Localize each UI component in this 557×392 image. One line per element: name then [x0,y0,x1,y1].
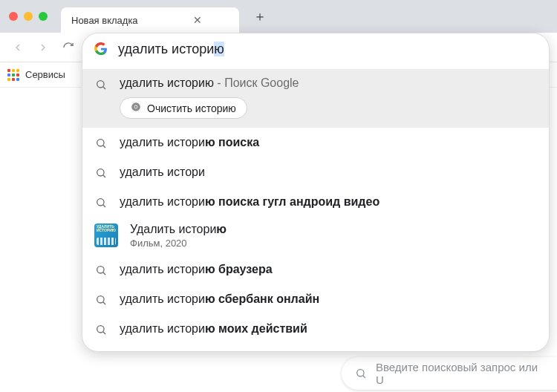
search-icon [94,166,108,180]
search-icon [94,78,108,91]
apps-icon[interactable] [7,69,19,81]
ntp-search-placeholder: Введите поисковый запрос или U [376,361,548,386]
search-icon [94,137,108,150]
suggestion-text: удалить истори [120,166,537,179]
back-button[interactable] [7,37,28,58]
suggestion-text: удалить историю поиска [120,136,537,149]
suggestion-text: удалить историю - Поиск GoogleОчистить и… [120,76,537,119]
suggestion-row[interactable]: удалить историю браузера [82,255,549,284]
suggestion-text: удалить историю поиска гугл андроид виде… [120,195,537,209]
suggestion-text: Удалить историюФильм, 2020 [130,223,537,249]
suggestion-row[interactable]: удалить историю - Поиск GoogleОчистить и… [82,69,549,128]
window-close-button[interactable] [9,12,18,21]
ntp-search-box[interactable]: Введите поисковый запрос или U [342,357,557,390]
omnibox-input[interactable]: удалить историю [118,42,537,57]
search-icon [94,293,108,307]
omnibox-input-row[interactable]: удалить историю [82,33,549,65]
suggestion-text: удалить историю сбербанк онлайн [120,293,537,306]
search-icon [94,196,108,209]
window-minimize-button[interactable] [24,12,33,21]
arrow-right-icon [37,42,49,53]
new-tab-button[interactable]: ＋ [250,6,270,27]
chrome-icon [131,102,141,114]
suggestion-row[interactable]: удалить историю поиска [82,128,549,157]
search-icon [94,323,108,336]
window-titlebar: Новая вкладка ✕ ＋ [0,0,557,33]
google-logo-icon [94,42,108,56]
forward-button[interactable] [33,37,53,58]
reload-icon [62,42,74,53]
suggestion-text: удалить историю моих действий [120,322,537,336]
apps-label[interactable]: Сервисы [25,69,65,80]
svg-point-5 [97,140,104,146]
traffic-lights [9,12,48,21]
tab-title: Новая вкладка [71,15,138,26]
suggestion-row[interactable]: удалить историю сбербанк онлайн [82,284,549,314]
suggestion-row[interactable]: удалить историю моих действий [82,314,549,344]
svg-point-9 [97,296,104,303]
reload-button[interactable] [58,37,79,58]
svg-point-4 [134,105,137,108]
svg-point-0 [357,370,364,376]
svg-point-7 [97,199,104,206]
entity-thumbnail-icon: УДАЛИТЬ ИСТОРИЮ [94,223,118,247]
svg-point-10 [97,326,104,333]
svg-point-6 [97,169,104,176]
svg-point-8 [97,267,104,273]
search-icon [355,368,367,379]
suggestion-text: удалить историю браузера [120,263,537,276]
suggestion-row[interactable]: удалить истори [82,157,549,187]
omnibox-query-text: удалить истори [118,42,214,56]
suggestion-row[interactable]: удалить историю поиска гугл андроид виде… [82,187,549,217]
clear-history-chip[interactable]: Очистить историю [120,97,247,119]
tab-close-button[interactable]: ✕ [190,13,205,27]
svg-point-1 [97,81,104,88]
window-zoom-button[interactable] [39,12,48,21]
suggestion-row[interactable]: УДАЛИТЬ ИСТОРИЮУдалить историюФильм, 202… [82,217,549,255]
arrow-left-icon [12,42,24,53]
omnibox-query-selection: ю [214,42,224,56]
omnibox-dropdown: удалить историю удалить историю - Поиск … [82,33,550,352]
search-icon [94,264,108,277]
suggestion-list: удалить историю - Поиск GoogleОчистить и… [82,65,549,351]
browser-tab[interactable]: Новая вкладка ✕ [61,7,239,33]
